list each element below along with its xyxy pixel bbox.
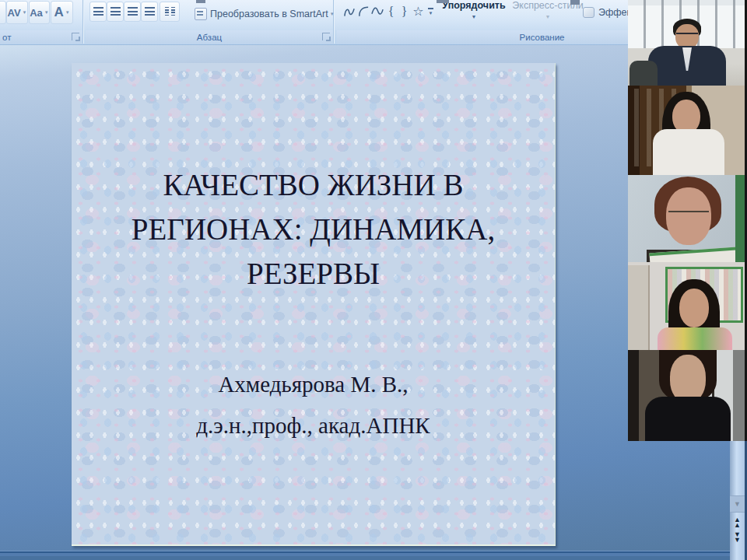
slide-author-name: Ахмедьярова М. В.,: [72, 364, 555, 405]
participant-face: [679, 289, 709, 327]
shapes-more-button[interactable]: ▼: [426, 5, 435, 19]
participant-face: [670, 355, 706, 403]
chevron-down-icon: ▼: [44, 10, 49, 15]
arrange-label: Упорядочить: [442, 0, 505, 11]
video-participant-5[interactable]: [628, 350, 747, 441]
smartart-label: Преобразовать в SmartArt: [210, 9, 328, 19]
chevron-down-icon: ▼: [545, 14, 551, 19]
character-spacing-button[interactable]: AV ▼: [6, 1, 28, 24]
ribbon-group-font: AV ▼ Aa ▼ A ▼ от: [0, 0, 83, 44]
chevron-down-icon: ▼: [429, 11, 433, 16]
justify-button[interactable]: [141, 2, 158, 22]
align-center-icon: [110, 7, 121, 16]
justify-icon: [145, 7, 155, 16]
align-right-button[interactable]: [124, 2, 141, 22]
screen-share-view: AV ▼ Aa ▼ A ▼ от: [0, 0, 747, 560]
convert-to-smartart-button[interactable]: Преобразовать в SmartArt ▼: [195, 5, 335, 23]
participant-glasses: [668, 211, 709, 219]
align-left-button[interactable]: [89, 2, 107, 22]
paragraph-dialog-launcher[interactable]: [322, 33, 330, 40]
status-bar: [0, 551, 747, 560]
cut-off-icon: [196, 0, 205, 3]
slide-author-credentials: д.э.н.,проф., акад.АПНК: [72, 405, 555, 446]
chevron-down-icon: ▼: [330, 12, 335, 16]
font-group-label: от: [0, 30, 82, 44]
font-dialog-launcher[interactable]: [72, 33, 79, 40]
scroll-down-button[interactable]: ▼: [730, 495, 745, 513]
participant-glasses: [676, 33, 698, 39]
columns-button[interactable]: [160, 2, 180, 22]
character-spacing-icon: AV: [7, 7, 20, 19]
cut-off-button[interactable]: [0, 1, 6, 24]
curve-shape-icon[interactable]: [370, 3, 384, 19]
scribble-shape-icon[interactable]: [342, 3, 356, 19]
columns-icon: [171, 7, 175, 17]
font-style-icon: A: [54, 5, 63, 20]
participant-torso: [648, 46, 726, 86]
font-style-button[interactable]: A ▼: [51, 1, 73, 24]
video-participant-2[interactable]: [628, 86, 747, 175]
video-participant-3[interactable]: [628, 175, 747, 262]
align-center-button[interactable]: [107, 2, 124, 22]
cut-off-icon: [570, 0, 580, 5]
next-slide-button[interactable]: ▼ ▼: [730, 530, 745, 544]
change-case-button[interactable]: Aa ▼: [29, 1, 50, 24]
change-case-icon: Aa: [30, 7, 43, 19]
participant-torso: [645, 397, 731, 441]
chevron-down-icon: ▼: [472, 14, 477, 19]
green-folder: [649, 247, 747, 262]
presentation-slide: КАЧЕСТВО ЖИЗНИ В РЕГИОНАХ: ДИНАМИКА, РЕЗ…: [72, 63, 556, 546]
align-left-icon: [93, 7, 103, 16]
vertical-scrollbar[interactable]: ▼ ▲ ▲ ▼ ▼: [730, 441, 745, 560]
participant-torso: [653, 129, 724, 175]
previous-slide-button[interactable]: ▲ ▲: [730, 515, 745, 530]
left-brace-shape-icon[interactable]: {: [384, 3, 398, 19]
smartart-icon: [195, 8, 207, 20]
slide-title-line: РЕЗЕРВЫ: [72, 251, 555, 296]
ribbon-group-paragraph: Преобразовать в SmartArt ▼ Абзац: [86, 0, 334, 44]
double-up-icon: ▲: [734, 523, 741, 528]
scroll-down-icon: ▼: [734, 500, 741, 508]
cut-off-icon: [437, 0, 449, 3]
paragraph-group-label: Абзац: [86, 30, 333, 44]
columns-icon: [165, 7, 169, 17]
star-shape-icon[interactable]: ☆: [412, 3, 425, 19]
video-participant-4[interactable]: [628, 262, 747, 350]
video-participant-1[interactable]: [628, 0, 747, 86]
slide-title: КАЧЕСТВО ЖИЗНИ В РЕГИОНАХ: ДИНАМИКА, РЕЗ…: [72, 163, 555, 296]
slide-title-line: КАЧЕСТВО ЖИЗНИ В: [72, 163, 555, 207]
chevron-down-icon: ▼: [65, 10, 70, 15]
right-brace-shape-icon[interactable]: }: [398, 3, 411, 19]
shapes-more-icon: [428, 8, 433, 9]
participant-torso: [658, 327, 732, 350]
slide-title-line: РЕГИОНАХ: ДИНАМИКА,: [72, 207, 555, 251]
slide-author: Ахмедьярова М. В., д.э.н.,проф., акад.АП…: [72, 364, 555, 446]
shape-effects-icon: [583, 7, 594, 18]
video-participants-panel: [628, 0, 747, 441]
arc-shape-icon[interactable]: [356, 3, 370, 19]
double-down-icon: ▼: [734, 537, 741, 543]
chevron-down-icon: ▼: [23, 10, 27, 15]
align-right-icon: [128, 7, 138, 16]
